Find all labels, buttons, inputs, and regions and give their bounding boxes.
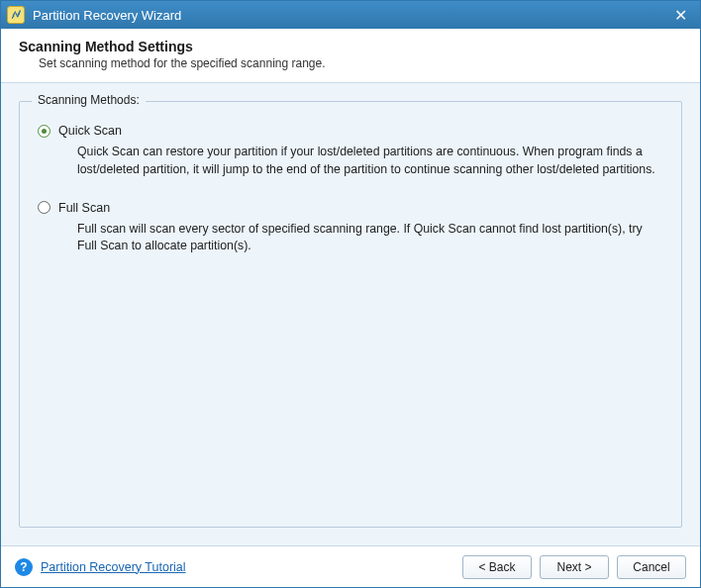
help-area: ? Partition Recovery Tutorial xyxy=(15,558,186,576)
full-scan-description: Full scan will scan every sector of spec… xyxy=(77,221,663,256)
cancel-button[interactable]: Cancel xyxy=(617,555,686,579)
scanning-methods-group: Scanning Methods: Quick Scan Quick Scan … xyxy=(19,101,682,528)
page-subtitle: Set scanning method for the specified sc… xyxy=(39,56,682,70)
radio-full-scan[interactable]: Full Scan xyxy=(38,201,663,215)
option-full-scan: Full Scan Full scan will scan every sect… xyxy=(38,201,663,256)
app-icon: 🗲 xyxy=(7,6,25,24)
back-button[interactable]: < Back xyxy=(462,555,532,579)
option-quick-scan: Quick Scan Quick Scan can restore your p… xyxy=(38,124,663,179)
next-button[interactable]: Next > xyxy=(540,555,609,579)
quick-scan-label: Quick Scan xyxy=(58,124,122,138)
content-area: Scanning Methods: Quick Scan Quick Scan … xyxy=(1,83,700,545)
help-icon: ? xyxy=(15,558,33,576)
quick-scan-description: Quick Scan can restore your partition if… xyxy=(77,144,663,179)
radio-icon xyxy=(38,125,50,138)
radio-icon xyxy=(38,201,50,214)
title-bar: 🗲 Partition Recovery Wizard ✕ xyxy=(1,1,700,29)
help-link[interactable]: Partition Recovery Tutorial xyxy=(41,560,186,574)
radio-quick-scan[interactable]: Quick Scan xyxy=(38,124,663,138)
footer: ? Partition Recovery Tutorial < Back Nex… xyxy=(1,545,700,587)
full-scan-label: Full Scan xyxy=(58,201,110,215)
window-title: Partition Recovery Wizard xyxy=(33,8,658,23)
close-icon[interactable]: ✕ xyxy=(666,6,694,25)
header: Scanning Method Settings Set scanning me… xyxy=(1,29,700,83)
wizard-window: 🗲 Partition Recovery Wizard ✕ Scanning M… xyxy=(0,0,701,588)
page-title: Scanning Method Settings xyxy=(19,39,682,54)
group-legend: Scanning Methods: xyxy=(32,93,146,107)
